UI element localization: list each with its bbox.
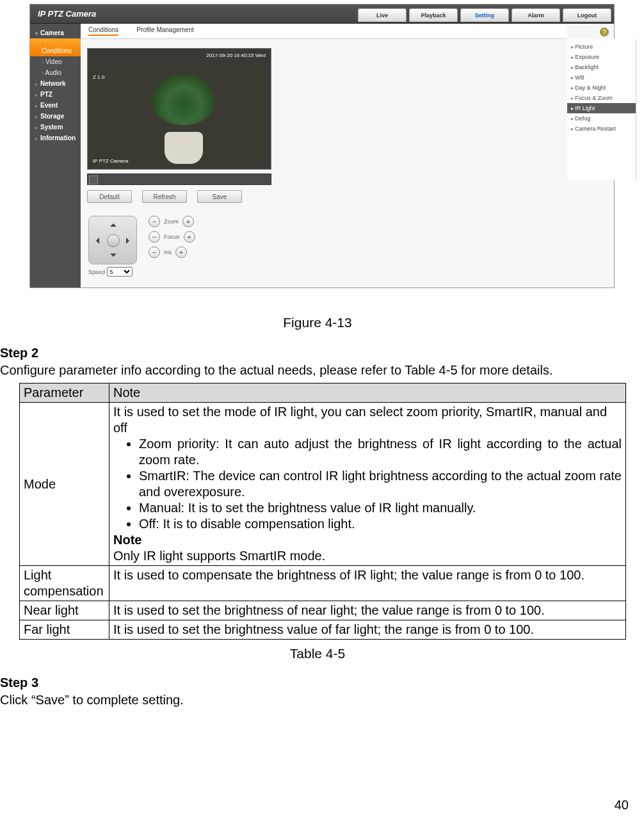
sidebar-group-event[interactable]: Event <box>30 100 81 111</box>
iris-plus-icon[interactable]: + <box>175 246 187 258</box>
menu-exposure[interactable]: Exposure <box>567 52 636 62</box>
sidebar-group-storage[interactable]: Storage <box>30 111 81 122</box>
video-preview: Z 1.0 2017-09-20 16:40:15 Wed IP PTZ Cam… <box>87 48 271 170</box>
fullscreen-icon[interactable] <box>89 175 98 184</box>
iris-minus-icon[interactable]: − <box>149 246 160 258</box>
tab-setting[interactable]: Setting <box>460 8 509 22</box>
row-nearlight-note: It is used to set the brightness of near… <box>109 601 626 620</box>
focus-plus-icon[interactable]: + <box>184 231 195 243</box>
sidebar-group-system[interactable]: System <box>30 122 81 133</box>
tab-logout[interactable]: Logout <box>563 8 611 22</box>
menu-irlight[interactable]: IR Light <box>567 103 636 113</box>
speed-label: Speed <box>88 269 105 275</box>
speed-select[interactable]: 5 <box>107 267 133 277</box>
menu-picture[interactable]: Picture <box>567 42 636 52</box>
row-nearlight-param: Near light <box>20 601 109 620</box>
row-mode-param: Mode <box>20 403 109 566</box>
screenshot-frame: IP PTZ Camera Live Playback Setting Alar… <box>29 4 615 288</box>
row-farlight-note: It is used to set the brightness value o… <box>109 620 626 640</box>
focus-label: Focus <box>164 234 180 240</box>
plant-image <box>145 74 222 164</box>
step3-heading: Step 3 <box>0 675 635 690</box>
figure-caption: Figure 4-13 <box>0 315 635 330</box>
default-button[interactable]: Default <box>87 190 132 203</box>
row-lightcomp-note: It is used to compensate the brightness … <box>109 566 626 601</box>
zoom-plus-icon[interactable]: + <box>182 216 194 227</box>
ptz-center-icon[interactable] <box>107 234 120 247</box>
step3-text: Click “Save” to complete setting. <box>0 691 635 709</box>
sidebar-group-camera[interactable]: Camera <box>30 28 81 38</box>
sidebar-item-audio[interactable]: Audio <box>30 67 81 78</box>
left-sidebar: Camera Conditions Video Audio Network PT… <box>30 24 81 287</box>
zoom-label: Zoom <box>164 218 179 225</box>
tab-alarm[interactable]: Alarm <box>511 8 560 22</box>
menu-defog[interactable]: Defog <box>567 113 636 124</box>
document-body: Figure 4-13 Step 2 Configure parameter i… <box>0 288 644 709</box>
ptz-right-icon[interactable] <box>126 238 133 244</box>
page-number: 40 <box>615 798 629 812</box>
table-header-note: Note <box>109 384 626 403</box>
ptz-dpad[interactable] <box>88 216 137 264</box>
tab-live[interactable]: Live <box>358 8 407 22</box>
help-icon[interactable]: ? <box>600 28 609 36</box>
osd-zoom: Z 1.0 <box>93 74 104 80</box>
sub-tabs: Conditions Profile Management <box>81 24 567 39</box>
menu-wb[interactable]: WB <box>567 72 636 83</box>
menu-backlight[interactable]: Backlight <box>567 62 636 72</box>
table-header-parameter: Parameter <box>20 384 109 403</box>
row-mode-note: It is used to set the mode of IR light, … <box>109 403 626 566</box>
settings-menu: Picture Exposure Backlight WB Day & Nigh… <box>567 39 636 180</box>
sidebar-item-conditions[interactable]: Conditions <box>30 38 81 56</box>
top-bar: IP PTZ Camera Live Playback Setting Alar… <box>30 4 614 24</box>
camera-ui-screenshot: IP PTZ Camera Live Playback Setting Alar… <box>30 4 614 287</box>
ptz-up-icon[interactable] <box>110 220 117 227</box>
menu-daynight[interactable]: Day & Night <box>567 83 636 93</box>
subtab-conditions[interactable]: Conditions <box>88 26 118 36</box>
refresh-button[interactable]: Refresh <box>142 190 187 203</box>
sidebar-item-video[interactable]: Video <box>30 56 81 67</box>
ptz-down-icon[interactable] <box>110 254 117 260</box>
osd-camera: IP PTZ Camera <box>93 158 128 164</box>
parameter-table: Parameter Note Mode It is used to set th… <box>19 383 626 640</box>
save-button[interactable]: Save <box>197 190 242 203</box>
step2-text: Configure parameter info according to th… <box>0 362 635 379</box>
parameter-panel: Profile Day Mode Manual Laser Intensity … <box>636 39 644 287</box>
ptz-left-icon[interactable] <box>93 238 99 244</box>
video-toolbar <box>87 174 271 185</box>
menu-camerarestart[interactable]: Camera Restart <box>567 124 636 134</box>
iris-label: Iris <box>164 249 172 255</box>
top-nav: Live Playback Setting Alarm Logout <box>358 6 614 22</box>
sidebar-group-ptz[interactable]: PTZ <box>30 89 81 100</box>
sidebar-group-information[interactable]: Information <box>30 133 81 143</box>
focus-minus-icon[interactable]: − <box>149 231 160 243</box>
row-lightcomp-param: Light compensation <box>20 566 109 601</box>
subtab-profile[interactable]: Profile Management <box>136 26 194 36</box>
tab-playback[interactable]: Playback <box>409 8 458 22</box>
sidebar-group-network[interactable]: Network <box>30 78 81 89</box>
step2-heading: Step 2 <box>0 346 635 360</box>
logo-text: IP PTZ Camera <box>38 9 96 19</box>
osd-timestamp: 2017-09-20 16:40:15 Wed <box>206 53 266 58</box>
menu-focuszoom[interactable]: Focus & Zoom <box>567 93 636 103</box>
zoom-minus-icon[interactable]: − <box>149 216 160 227</box>
row-farlight-param: Far light <box>20 620 109 640</box>
table-caption: Table 4-5 <box>0 646 635 661</box>
